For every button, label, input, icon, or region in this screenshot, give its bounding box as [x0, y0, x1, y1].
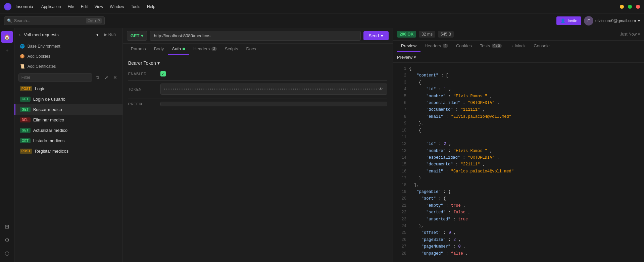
tab-docs[interactable]: Docs — [242, 44, 260, 55]
tab-mock[interactable]: → Mock — [506, 41, 530, 52]
request-name: Login de usuario — [33, 97, 65, 102]
preview-label: Preview ▾ — [397, 55, 416, 60]
json-line: 22 "sorted": false, — [397, 209, 640, 216]
collections-header: ‹ Voll med requests ▾ ▶ Run — [14, 28, 122, 41]
minimize-button[interactable] — [620, 5, 624, 9]
status-badge: 200 OK — [397, 31, 416, 38]
method-badge-post: POST — [20, 149, 32, 154]
request-item-login[interactable]: POST Login — [14, 84, 122, 94]
run-button[interactable]: ▶ Run — [101, 31, 118, 38]
method-badge-post: POST — [20, 86, 32, 91]
send-label: Send — [369, 33, 379, 38]
timestamp-dropdown-icon: ▾ — [638, 32, 640, 37]
invite-button[interactable]: 👤 Invite — [556, 16, 581, 25]
tab-preview[interactable]: Preview — [397, 41, 420, 52]
add-collection-button[interactable]: + — [1, 44, 13, 56]
window-controls — [620, 5, 640, 9]
token-value: ••••••••••••••••••••••••••••••••••••••••… — [160, 84, 387, 95]
auth-type-bar: Bearer Token ▾ — [128, 60, 387, 66]
divider — [128, 81, 387, 81]
search-box[interactable]: 🔍 Search... Ctrl + P — [4, 16, 105, 25]
request-item-actualizar-medico[interactable]: GET Actualizar medico — [14, 125, 122, 136]
user-profile[interactable]: E elviscuro0@gmail.com ▾ — [584, 16, 640, 25]
json-line: 27 "pageNumber": 0, — [397, 243, 640, 250]
tab-params[interactable]: Params — [127, 44, 150, 55]
request-name: Login — [35, 86, 46, 91]
add-certificates-item[interactable]: 📜 Add Certificates — [14, 61, 122, 71]
request-name: Buscar medico — [33, 107, 62, 112]
json-line: 2 "content": [ — [397, 72, 640, 79]
request-item-registar-medicos[interactable]: POST Registar medicos — [14, 146, 122, 156]
menu-window[interactable]: Window — [107, 3, 127, 10]
preview-header: Preview ▾ — [393, 52, 644, 63]
json-line: 21 "empty": true, — [397, 202, 640, 209]
tab-cookies[interactable]: Cookies — [452, 41, 476, 52]
base-environment-item[interactable]: 🌐 Base Environment — [14, 41, 122, 51]
json-line: 26 "pageSize": 2, — [397, 237, 640, 243]
request-name: Registar medicos — [35, 149, 68, 154]
plugins-icon[interactable]: ⬡ — [1, 247, 13, 259]
url-bar: GET ▾ Send ▾ — [123, 28, 393, 44]
more-options-button[interactable]: ✕ — [112, 73, 118, 82]
auth-enabled-row: ENABLED ✓ — [128, 71, 387, 76]
json-line: 8 "email": "Elvis.palacio4@voll.med" — [397, 113, 640, 120]
json-line: 11 — [397, 134, 640, 141]
filter-row: ⇅ ⤢ ✕ — [14, 71, 122, 84]
toggle-token-visibility-button[interactable]: 👁 — [378, 86, 384, 92]
request-item-eliminar-medico[interactable]: DEL Eliminar medico — [14, 115, 122, 125]
menu-help[interactable]: Help — [144, 3, 158, 10]
json-line: 10 { — [397, 127, 640, 134]
enabled-checkbox[interactable]: ✓ — [160, 71, 166, 76]
prefix-value[interactable] — [160, 102, 387, 106]
request-item-login-usuario[interactable]: GET Login de usuario — [14, 94, 122, 104]
auth-content: Bearer Token ▾ ENABLED ✓ TOKEN •••••••••… — [123, 55, 393, 262]
settings-icon[interactable]: ⚙ — [1, 234, 13, 246]
invite-label: Invite — [567, 18, 577, 23]
search-icon: 🔍 — [7, 18, 12, 23]
tab-headers[interactable]: Headers 3 — [189, 44, 221, 55]
filter-input[interactable] — [18, 73, 92, 82]
url-input[interactable] — [150, 31, 361, 41]
json-line: 1{ — [397, 65, 640, 72]
home-button[interactable]: 🏠 — [1, 31, 13, 43]
app-name: Insomnia — [15, 4, 33, 9]
env-label: Base Environment — [28, 44, 60, 49]
method-badge-get: GET — [20, 138, 31, 143]
tab-response-headers[interactable]: Headers 9 — [420, 41, 452, 52]
menu-view[interactable]: View — [92, 3, 106, 10]
tab-tests[interactable]: Tests 0 / 0 — [476, 41, 506, 52]
close-button[interactable] — [636, 5, 640, 9]
token-dots: ••••••••••••••••••••••••••••••••••••••••… — [164, 87, 378, 91]
response-panel: 200 OK 32 ms 545 B Just Now ▾ Preview He… — [393, 28, 644, 262]
layers-icon[interactable]: ⊞ — [1, 220, 13, 232]
divider — [128, 99, 387, 99]
tab-body[interactable]: Body — [150, 44, 168, 55]
tab-scripts[interactable]: Scripts — [221, 44, 242, 55]
sort-button[interactable]: ⇅ — [94, 73, 101, 82]
auth-type-select[interactable]: Bearer Token ▾ — [128, 60, 160, 66]
collapse-button[interactable]: ‹ — [18, 31, 21, 38]
toolbar: 🔍 Search... Ctrl + P 👤 Invite E elviscur… — [0, 13, 644, 28]
json-viewer: 1{ 2 "content": [ 3 { 4 "id": 1, 5 "nomb… — [393, 63, 644, 262]
tab-auth[interactable]: Auth — [168, 44, 189, 55]
search-shortcut: Ctrl + P — [86, 18, 102, 23]
request-item-buscar-medico[interactable]: GET Buscar medico — [14, 104, 122, 115]
json-line: 25 "offset": 0, — [397, 229, 640, 236]
method-select[interactable]: GET ▾ — [127, 31, 147, 41]
json-line: 24 }, — [397, 223, 640, 229]
maximize-button[interactable] — [628, 5, 632, 9]
expand-button[interactable]: ⤢ — [103, 73, 110, 82]
menu-tools[interactable]: Tools — [128, 3, 143, 10]
menu-file[interactable]: File — [65, 3, 77, 10]
collections-panel: ‹ Voll med requests ▾ ▶ Run 🌐 Base Envir… — [14, 28, 123, 262]
app-logo — [4, 3, 11, 10]
menu-application[interactable]: Application — [39, 3, 64, 10]
menu-edit[interactable]: Edit — [78, 3, 91, 10]
request-name: Listado medicos — [33, 138, 65, 143]
add-cookies-item[interactable]: 🍪 Add Cookies — [14, 51, 122, 61]
tab-console[interactable]: Console — [530, 41, 554, 52]
request-item-listado-medicos[interactable]: GET Listado medicos — [14, 136, 122, 146]
send-button[interactable]: Send ▾ — [363, 31, 389, 40]
json-line: 3 { — [397, 79, 640, 86]
request-name: Eliminar medico — [33, 117, 64, 122]
